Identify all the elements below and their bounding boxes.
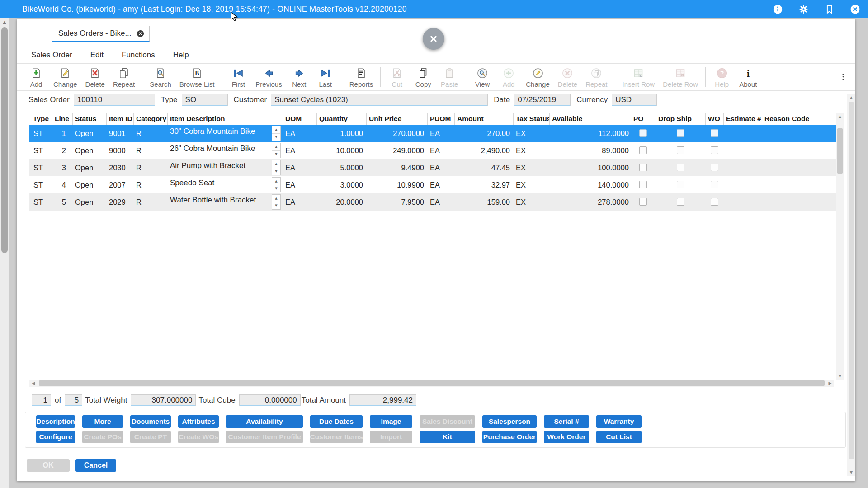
image-button[interactable]: Image: [370, 415, 412, 428]
info-icon[interactable]: [772, 4, 783, 15]
spinner-up-icon[interactable]: ▲: [272, 178, 280, 185]
toolbar-delete-button[interactable]: Delete: [81, 64, 109, 90]
spinner-down-icon[interactable]: ▼: [272, 185, 280, 192]
left-scrollbar-thumb[interactable]: [1, 27, 8, 253]
toolbar-reports-button[interactable]: Reports: [345, 64, 377, 90]
table-vertical-scrollbar[interactable]: ▲ ▼: [836, 113, 844, 380]
menu-help[interactable]: Help: [173, 51, 189, 60]
scroll-down-icon[interactable]: ▼: [847, 469, 855, 476]
scroll-left-icon[interactable]: ◀: [29, 381, 38, 385]
menu-functions[interactable]: Functions: [122, 51, 155, 60]
scroll-up-icon[interactable]: ▲: [836, 113, 844, 120]
attributes-button[interactable]: Attributes: [178, 415, 219, 428]
kit-button[interactable]: Kit: [420, 431, 475, 443]
scroll-down-icon[interactable]: ▼: [836, 372, 844, 380]
toolbar-add-button[interactable]: Add: [23, 64, 49, 90]
wo-checkbox[interactable]: [711, 129, 718, 137]
spinner-up-icon[interactable]: ▲: [272, 160, 280, 168]
drop_ship-checkbox[interactable]: [677, 146, 684, 154]
cut-list-button[interactable]: Cut List: [596, 431, 642, 443]
due-dates-button[interactable]: Due Dates: [310, 415, 363, 428]
spinner-down-icon[interactable]: ▼: [272, 202, 280, 210]
spinner-down-icon[interactable]: ▼: [272, 168, 280, 175]
salesperson-button[interactable]: Salesperson: [482, 415, 537, 428]
order-line-row-4[interactable]: ST4Open2007RSpeedo SeatEA3.000010.9900EA…: [29, 176, 836, 193]
po-checkbox[interactable]: [639, 181, 647, 188]
availability-button[interactable]: Availability: [226, 415, 303, 428]
more-button[interactable]: More: [82, 415, 123, 428]
close-icon[interactable]: [849, 4, 861, 15]
toolbar-view-button[interactable]: View: [469, 64, 495, 90]
dialog-vertical-scrollbar[interactable]: ▲ ▼: [847, 94, 855, 476]
order-line-row-2[interactable]: ST2Open9000R26" Cobra Mountain BikeEA10.…: [29, 142, 836, 159]
scroll-up-icon[interactable]: ▲: [0, 18, 9, 26]
serial-button[interactable]: Serial #: [544, 415, 589, 428]
spinner-up-icon[interactable]: ▲: [272, 126, 280, 134]
wo-checkbox[interactable]: [711, 198, 718, 206]
date-field[interactable]: 07/25/2019: [514, 94, 571, 106]
toolbar-repeat-button[interactable]: Repeat: [109, 64, 139, 90]
spinner-down-icon[interactable]: ▼: [272, 151, 280, 158]
line-reorder-spinner[interactable]: ▲▼: [272, 143, 281, 158]
line-reorder-spinner[interactable]: ▲▼: [272, 194, 281, 210]
drop_ship-checkbox[interactable]: [677, 129, 684, 137]
documents-button[interactable]: Documents: [130, 415, 171, 428]
scroll-right-icon[interactable]: ▶: [826, 381, 834, 385]
spinner-up-icon[interactable]: ▲: [272, 143, 280, 151]
drop_ship-checkbox[interactable]: [677, 164, 684, 171]
menu-sales-order[interactable]: Sales Order: [31, 51, 72, 60]
toolbar-next-button[interactable]: Next: [286, 64, 312, 90]
tab-sales-orders[interactable]: Sales Orders - Bike...: [52, 26, 150, 42]
left-scrollbar[interactable]: ▲: [0, 18, 9, 488]
po-checkbox[interactable]: [639, 164, 647, 171]
toolbar-first-button[interactable]: First: [225, 64, 251, 90]
menu-edit[interactable]: Edit: [90, 51, 104, 60]
work-order-button[interactable]: Work Order: [544, 431, 589, 443]
scroll-up-icon[interactable]: ▲: [847, 94, 855, 101]
po-checkbox[interactable]: [639, 198, 647, 206]
line-reorder-spinner[interactable]: ▲▼: [272, 160, 281, 175]
wo-checkbox[interactable]: [711, 146, 718, 154]
table-horizontal-scrollbar[interactable]: ◀ ▶: [29, 380, 834, 387]
wo-checkbox[interactable]: [711, 164, 718, 171]
cancel-button[interactable]: Cancel: [75, 459, 116, 472]
description-button[interactable]: Description: [36, 415, 75, 428]
toolbar-about-button[interactable]: iAbout: [735, 64, 761, 90]
spinner-up-icon[interactable]: ▲: [272, 195, 280, 202]
sales-order-field[interactable]: 100110: [74, 94, 155, 106]
toolbar-last-button[interactable]: Last: [312, 64, 339, 90]
toolbar-change-button[interactable]: Change: [49, 64, 81, 90]
drop_ship-checkbox[interactable]: [677, 181, 684, 188]
tab-close-icon[interactable]: [136, 29, 145, 38]
toolbar-search-button[interactable]: Search: [146, 64, 175, 90]
warranty-button[interactable]: Warranty: [596, 415, 642, 428]
table-scrollbar-thumb[interactable]: [837, 128, 843, 174]
currency-field[interactable]: USD: [612, 94, 657, 106]
toolbar-browse-list-button[interactable]: BBrowse List: [175, 64, 219, 90]
toolbar-copy-button[interactable]: Copy: [410, 64, 436, 90]
order-line-row-3[interactable]: ST3Open2030RAir Pump with BracketEA5.000…: [29, 159, 836, 176]
drop_ship-checkbox[interactable]: [677, 198, 684, 206]
dialog-close-button[interactable]: [423, 28, 444, 50]
horizontal-scrollbar-thumb[interactable]: [39, 380, 825, 386]
toolbar-change-button[interactable]: Change: [522, 64, 554, 90]
toolbar-previous-button[interactable]: Previous: [251, 64, 286, 90]
type-field[interactable]: SO: [182, 94, 228, 106]
toolbar-overflow-button[interactable]: [838, 68, 848, 86]
line-reorder-spinner[interactable]: ▲▼: [272, 177, 281, 192]
bookmark-icon[interactable]: [824, 4, 835, 15]
configure-button[interactable]: Configure: [36, 431, 75, 443]
po-checkbox[interactable]: [639, 129, 647, 137]
wo-checkbox[interactable]: [711, 181, 718, 188]
customer-field[interactable]: Sunset Cycles (1023): [271, 94, 488, 106]
spinner-down-icon[interactable]: ▼: [272, 134, 280, 141]
circle-search-icon: [476, 67, 488, 79]
record-number-field[interactable]: 1: [32, 394, 51, 406]
settings-icon[interactable]: [798, 4, 809, 15]
line-reorder-spinner[interactable]: ▲▼: [272, 126, 281, 141]
purchase-order-button[interactable]: Purchase Order: [482, 431, 537, 443]
dialog-scrollbar-thumb[interactable]: [849, 102, 854, 459]
po-checkbox[interactable]: [639, 146, 647, 154]
order-line-row-5[interactable]: ST5Open2029RWater Bottle with BracketEA2…: [29, 193, 836, 211]
order-line-row-1[interactable]: ST1Open9001R30" Cobra Mountain BikeEA1.0…: [29, 125, 836, 142]
